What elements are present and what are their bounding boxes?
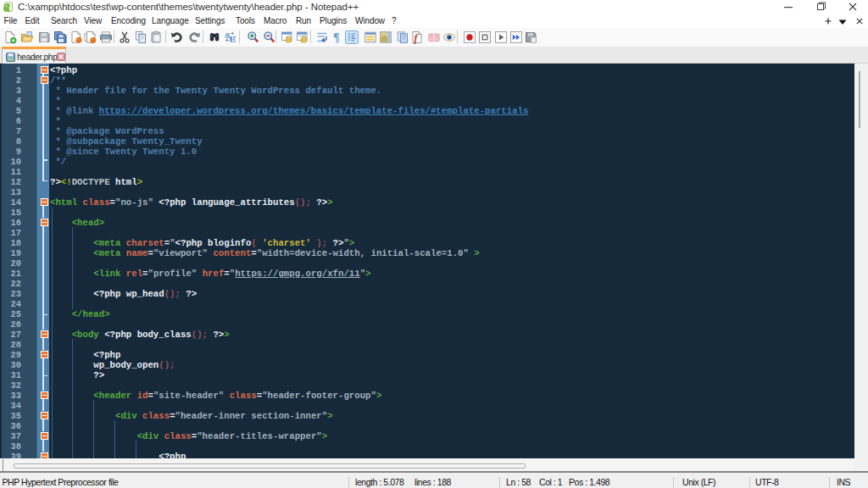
svg-text:¶: ¶ bbox=[333, 31, 340, 44]
svg-text:b: b bbox=[231, 35, 236, 43]
svg-text:a: a bbox=[225, 30, 231, 40]
